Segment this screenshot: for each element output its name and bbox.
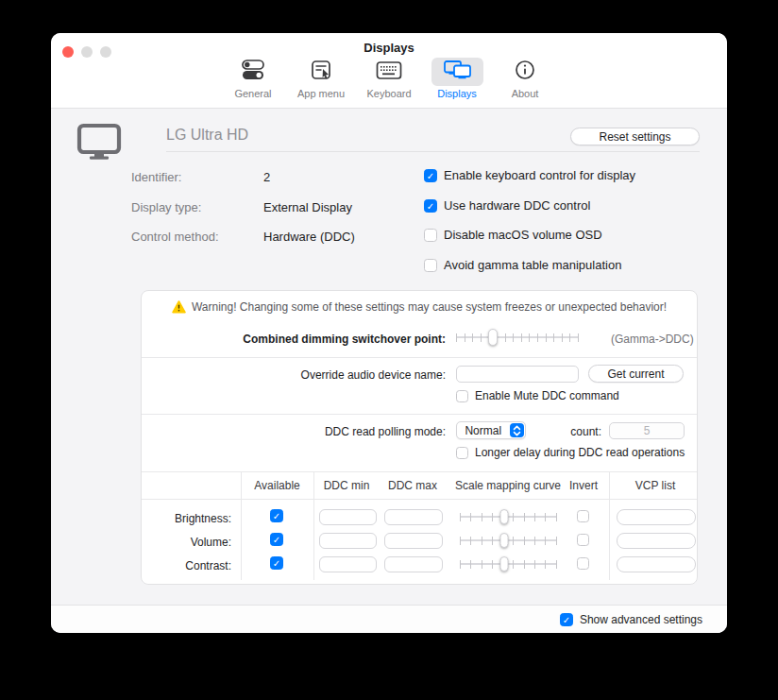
audio-name-label: Override audio device name: (142, 368, 446, 382)
toolbar: General App menu (51, 58, 727, 99)
vcp-list-input[interactable] (617, 533, 696, 549)
column-divider (313, 471, 314, 580)
identifier-value: 2 (263, 170, 270, 184)
control-method-label: Control method: (131, 230, 219, 244)
displays-icon (443, 60, 472, 85)
dimming-slider[interactable] (456, 329, 579, 346)
slider-knob[interactable] (500, 556, 509, 572)
curve-slider[interactable] (460, 556, 557, 572)
tab-label: General (234, 88, 271, 99)
row-label: Volume: (142, 536, 231, 549)
curve-slider[interactable] (460, 509, 557, 524)
slider-knob[interactable] (500, 533, 509, 548)
row-label: Brightness: (142, 512, 231, 525)
count-input[interactable] (609, 422, 685, 439)
divider (142, 499, 697, 500)
tab-displays[interactable]: Displays (428, 58, 486, 99)
invert-checkbox[interactable] (577, 510, 589, 522)
tab-label: Keyboard (366, 88, 411, 99)
slider-knob[interactable] (488, 329, 498, 346)
identifier-label: Identifier: (131, 170, 181, 184)
option-avoid-gamma[interactable]: Avoid gamma table manipulation (424, 258, 621, 272)
warning-row: Warning! Changing some of these settings… (142, 300, 697, 314)
ddc-min-input[interactable] (319, 556, 377, 572)
ddc-max-input[interactable] (384, 509, 443, 525)
col-header-ddc-max: DDC max (381, 479, 444, 492)
option-label: Enable keyboard control for display (444, 168, 635, 182)
tab-label: App menu (297, 88, 345, 99)
menu-cursor-icon (310, 59, 332, 85)
invert-checkbox[interactable] (577, 557, 589, 570)
footer-bar: Show advanced settings (51, 605, 727, 633)
option-label: Enable Mute DDC command (475, 389, 619, 402)
col-header-available: Available (243, 479, 312, 492)
vcp-list-input[interactable] (617, 556, 696, 572)
vcp-list-input[interactable] (617, 509, 696, 525)
tab-general[interactable]: General (224, 58, 282, 99)
divider (142, 414, 697, 415)
display-type-label: Display type: (131, 200, 201, 214)
checkbox[interactable] (424, 199, 437, 213)
audio-name-input[interactable] (456, 366, 579, 383)
checkbox[interactable] (424, 259, 437, 272)
option-keyboard-control[interactable]: Enable keyboard control for display (424, 168, 635, 182)
option-disable-osd[interactable]: Disable macOS volume OSD (424, 228, 602, 242)
tab-app-menu[interactable]: App menu (292, 58, 350, 99)
mute-ddc-option[interactable]: Enable Mute DDC command (456, 389, 619, 402)
titlebar: Displays General (51, 33, 727, 109)
col-header-vcp: VCP list (617, 479, 693, 492)
monitor-icon (76, 123, 122, 164)
checkbox[interactable] (424, 229, 437, 242)
tab-label: Displays (437, 88, 477, 99)
row-label: Contrast: (142, 559, 231, 572)
get-current-button[interactable]: Get current (588, 365, 684, 383)
checkbox[interactable] (456, 447, 468, 459)
control-method-value: Hardware (DDC) (263, 230, 355, 244)
slider-knob[interactable] (500, 509, 509, 524)
advanced-settings-panel: Warning! Changing some of these settings… (141, 290, 698, 585)
option-hardware-ddc[interactable]: Use hardware DDC control (424, 198, 590, 213)
curve-slider[interactable] (460, 533, 557, 548)
tab-label: About (512, 88, 539, 99)
ddc-min-input[interactable] (319, 509, 377, 525)
tab-keyboard[interactable]: Keyboard (360, 58, 418, 99)
reset-settings-button[interactable]: Reset settings (570, 128, 700, 145)
show-advanced-checkbox[interactable] (560, 613, 573, 626)
option-label: Disable macOS volume OSD (444, 228, 602, 242)
display-type-value: External Display (263, 200, 352, 214)
display-name: LG Ultra HD (166, 127, 248, 144)
divider (142, 471, 697, 472)
selected-option: Normal (457, 424, 510, 437)
warning-text: Warning! Changing some of these settings… (192, 300, 667, 314)
checkbox[interactable] (424, 169, 437, 182)
option-label: Avoid gamma table manipulation (444, 258, 621, 272)
tab-about[interactable]: About (496, 58, 554, 99)
available-checkbox[interactable] (270, 509, 283, 522)
warning-icon (172, 300, 186, 314)
invert-checkbox[interactable] (577, 534, 589, 546)
dimming-label: Combined dimming switchover point: (142, 333, 446, 346)
polling-mode-label: DDC read polling mode: (142, 425, 446, 438)
divider (166, 151, 700, 152)
count-label: count: (538, 425, 601, 438)
stepper-icon (510, 423, 524, 437)
available-checkbox[interactable] (270, 556, 283, 570)
option-label: Longer delay during DDC read operations (475, 446, 685, 459)
keyboard-icon (376, 60, 402, 84)
divider (142, 357, 697, 358)
available-checkbox[interactable] (270, 533, 283, 546)
app-window: Displays General (51, 33, 727, 633)
option-label: Use hardware DDC control (444, 198, 590, 213)
show-advanced-label: Show advanced settings (580, 613, 702, 626)
toggles-icon (241, 59, 265, 85)
ddc-max-input[interactable] (384, 556, 443, 572)
info-icon (515, 60, 535, 84)
column-divider (241, 471, 242, 580)
ddc-max-input[interactable] (384, 533, 443, 549)
checkbox[interactable] (456, 390, 468, 402)
col-header-curve: Scale mapping curve (446, 479, 570, 492)
ddc-min-input[interactable] (319, 533, 377, 549)
polling-mode-select[interactable]: Normal (456, 421, 526, 439)
longer-delay-option[interactable]: Longer delay during DDC read operations (456, 446, 685, 459)
column-divider (609, 471, 610, 580)
